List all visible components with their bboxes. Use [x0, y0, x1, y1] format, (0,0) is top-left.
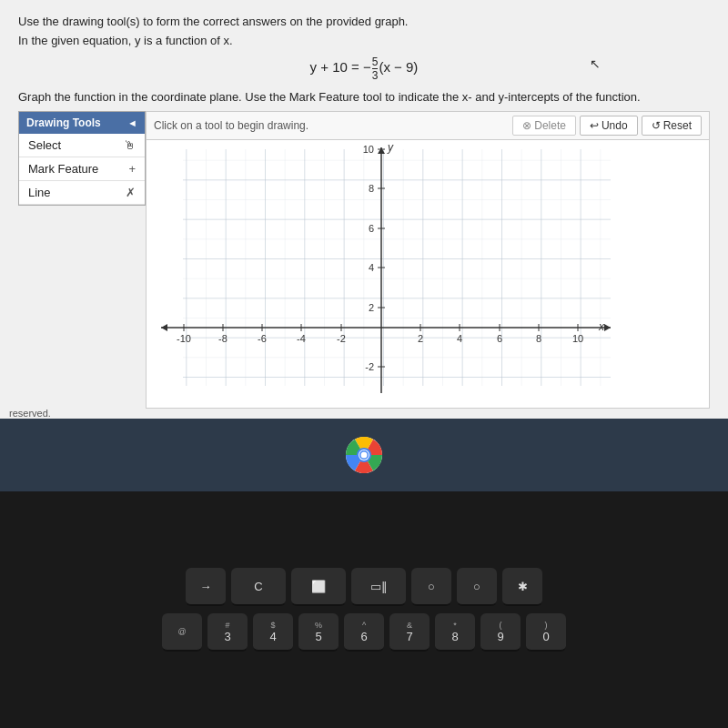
line-tool[interactable]: Line ✗	[19, 181, 145, 205]
svg-point-45	[361, 452, 368, 459]
graph-area: Click on a tool to begin drawing. ⊗ Dele…	[146, 111, 710, 409]
select-tool-label: Select	[28, 138, 61, 152]
key-at[interactable]: @	[162, 613, 202, 652]
svg-text:4: 4	[369, 262, 374, 273]
delete-button[interactable]: ⊗ Delete	[512, 116, 576, 136]
svg-text:6: 6	[497, 333, 502, 344]
collapse-icon[interactable]: ◄	[127, 117, 137, 128]
key-asterisk[interactable]: ✱	[502, 568, 542, 606]
key-5[interactable]: %5	[298, 613, 339, 652]
svg-text:x: x	[598, 320, 605, 333]
svg-text:2: 2	[418, 333, 423, 344]
svg-text:-4: -4	[297, 333, 306, 344]
keyboard-fn-row: → C ⬜ ▭‖ ○ ○ ✱	[186, 568, 542, 606]
svg-text:y: y	[387, 141, 394, 154]
keyboard-area: → C ⬜ ▭‖ ○ ○ ✱ @ #3 $4 %5 ^6 &7 *8 (9 )0	[0, 491, 728, 728]
mark-feature-label: Mark Feature	[28, 162, 98, 176]
graph-toolbar: Click on a tool to begin drawing. ⊗ Dele…	[146, 111, 710, 139]
svg-text:-10: -10	[177, 333, 191, 344]
undo-button[interactable]: ↩ Undo	[580, 116, 638, 136]
reset-icon: ↺	[652, 119, 661, 132]
svg-text:6: 6	[369, 223, 374, 234]
tools-graph-row: Drawing Tools ◄ Select 🖱 Mark Feature + …	[18, 111, 710, 409]
drawing-tools-header: Drawing Tools ◄	[19, 112, 145, 134]
equation-text: y + 10 = −53(x − 9)	[310, 59, 419, 75]
svg-text:10: 10	[363, 144, 374, 155]
equation-display: y + 10 = −53(x − 9) ↖	[18, 56, 710, 81]
delete-label: Delete	[534, 119, 566, 132]
svg-text:8: 8	[536, 333, 541, 344]
key-7[interactable]: &7	[389, 613, 430, 652]
svg-text:10: 10	[572, 333, 583, 344]
graph-svg-container[interactable]: -10 -8 -6 -4 -2 2 4	[146, 139, 710, 409]
line-tool-icon: ✗	[126, 186, 136, 199]
svg-text:4: 4	[457, 333, 462, 344]
instruction1: Use the drawing tool(s) to form the corr…	[18, 15, 710, 28]
drawing-tools-title: Drawing Tools	[26, 116, 101, 129]
undo-label: Undo	[602, 119, 628, 132]
svg-text:-2: -2	[337, 333, 346, 344]
line-tool-label: Line	[28, 186, 51, 199]
key-9[interactable]: (9	[480, 613, 521, 652]
svg-text:-2: -2	[365, 361, 374, 372]
svg-text:-8: -8	[218, 333, 228, 344]
instruction2: In the given equation, y is a function o…	[18, 34, 710, 47]
key-splitscreen[interactable]: ▭‖	[351, 568, 406, 606]
graph-instruction: Graph the function in the coordinate pla…	[18, 90, 710, 104]
svg-text:8: 8	[369, 183, 374, 194]
select-tool[interactable]: Select 🖱	[19, 134, 145, 157]
key-circle1[interactable]: ○	[411, 568, 451, 606]
keyboard-number-row: @ #3 $4 %5 ^6 &7 *8 (9 )0	[162, 613, 566, 652]
drawing-tools-panel: Drawing Tools ◄ Select 🖱 Mark Feature + …	[18, 111, 146, 206]
main-content: Use the drawing tool(s) to form the corr…	[0, 0, 728, 419]
svg-text:2: 2	[369, 302, 374, 313]
key-0[interactable]: )0	[526, 613, 566, 652]
key-circle2[interactable]: ○	[457, 568, 497, 606]
taskbar-area	[0, 419, 728, 491]
key-arrow[interactable]: →	[186, 568, 226, 606]
svg-rect-1	[183, 149, 611, 386]
key-3[interactable]: #3	[207, 613, 248, 652]
reset-label: Reset	[663, 119, 692, 132]
reserved-text: reserved.	[9, 408, 51, 419]
key-4[interactable]: $4	[253, 613, 293, 652]
mark-feature-tool[interactable]: Mark Feature +	[19, 157, 145, 181]
reserved-label: reserved.	[9, 408, 51, 419]
key-8[interactable]: *8	[435, 613, 475, 652]
undo-icon: ↩	[590, 119, 599, 132]
svg-marker-4	[161, 324, 167, 331]
delete-icon: ⊗	[522, 119, 531, 132]
cursor-icon: ↖	[590, 56, 601, 71]
select-tool-icon: 🖱	[124, 138, 136, 152]
key-6[interactable]: ^6	[344, 613, 384, 652]
coordinate-graph[interactable]: -10 -8 -6 -4 -2 2 4	[147, 140, 620, 404]
mark-feature-icon: +	[128, 162, 136, 176]
svg-text:-6: -6	[258, 333, 267, 344]
toolbar-hint: Click on a tool to begin drawing.	[154, 119, 509, 132]
key-c[interactable]: C	[231, 568, 286, 606]
reset-button[interactable]: ↺ Reset	[642, 116, 702, 136]
key-window[interactable]: ⬜	[291, 568, 346, 606]
chrome-icon[interactable]	[346, 437, 382, 473]
